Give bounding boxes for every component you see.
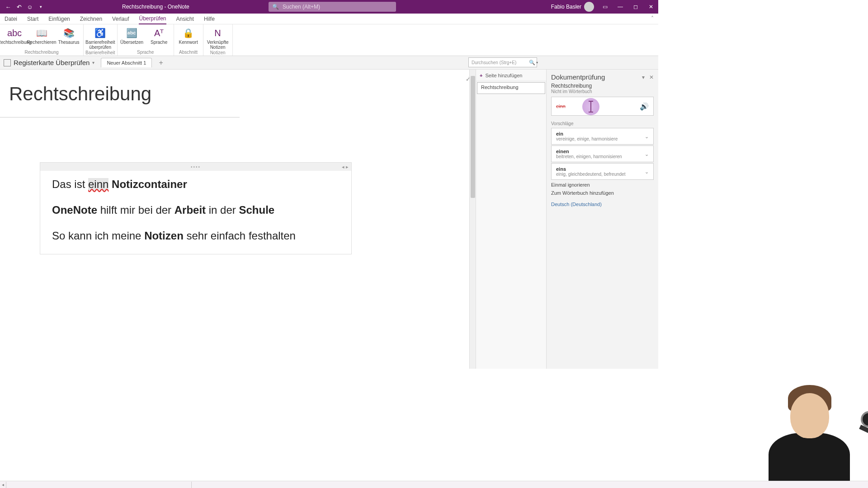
search-input[interactable] [283,4,392,10]
ribbon-group: 🔤ÜbersetzenAᵀSpracheSprache [118,24,174,56]
menu-bar: DateiStartEinfügenZeichnenVerlaufÜberprü… [0,14,658,24]
add-to-dictionary-link[interactable]: Zum Wörterbuch hinzufügen [547,189,658,197]
chevron-down-icon[interactable]: ⌄ [645,151,649,157]
ribbon-button-label: Thesaurus [58,40,79,45]
ribbon-button-label: Recherchieren [27,40,56,45]
suggestion-word: einen [556,149,649,154]
ribbon-recherchieren[interactable]: 📖Recherchieren [29,25,54,45]
error-word-box: einn 🔊 [551,97,654,116]
avatar [584,2,594,12]
global-search[interactable]: 🔍 [269,2,396,12]
resize-arrows-icon[interactable]: ◂ ▸ [342,164,349,170]
ribbon-sprache[interactable]: AᵀSprache [146,25,172,45]
ribbon-button-label: Sprache [151,40,167,45]
language-link[interactable]: Deutsch (Deutschland) [547,197,658,211]
undo-icon[interactable]: ↶ [15,3,23,10]
menu-datei[interactable]: Datei [5,16,17,22]
ribbon-group: abcRechtschreibung📖Recherchieren📚Thesaur… [0,24,84,56]
page-canvas[interactable]: ⤢ Rechtschreibung •••• ◂ ▸ Das ist einn … [0,70,476,369]
menu-verlauf[interactable]: Verlauf [112,16,129,22]
menu-zeichnen[interactable]: Zeichnen [80,16,102,22]
note-body[interactable]: Das ist einn Notizcontainer OneNote hilf… [40,171,351,254]
page-list-item[interactable]: Rechtschreibung [477,82,545,94]
abc-icon: abc [9,27,20,39]
ribbon-options-icon[interactable]: ▭ [600,2,609,11]
ribbon-button-label: Barrierefreiheit überprüfen [85,40,115,50]
add-section-button[interactable]: + [157,59,165,66]
pane-note: Nicht im Wörterbuch [547,89,658,94]
notebook-name[interactable]: Registerkarte Überprüfen [14,59,90,66]
menu-ansicht[interactable]: Ansicht [176,16,194,22]
ribbon-übersetzen[interactable]: 🔤Übersetzen [119,25,145,45]
notebook-search-input[interactable] [472,60,529,65]
ribbon-kennwort[interactable]: 🔒Kennwort [176,25,201,45]
menu-einfügen[interactable]: Einfügen [48,16,70,22]
menu-überprüfen[interactable]: Überprüfen [139,14,166,24]
note-container[interactable]: •••• ◂ ▸ Das ist einn Notizcontainer One… [40,162,352,254]
qat-chevron-icon[interactable]: ▾ [37,3,44,10]
ignore-once-link[interactable]: Einmal ignorieren [547,181,658,189]
menu-hilfe[interactable]: Hilfe [204,16,215,22]
suggestion-desc: beitreten, einigen, harmonisieren [556,154,649,159]
pane-subtitle: Rechtschreibung [547,81,658,89]
page-list: + Seite hinzufügen Rechtschreibung [476,70,546,369]
speaker-icon[interactable]: 🔊 [640,102,649,111]
account-button[interactable]: Fabio Basler [551,2,594,12]
back-icon[interactable]: ← [5,3,12,10]
text-cursor-icon [590,102,591,112]
plus-icon: + [480,73,482,78]
pane-title: Dokumentprüfung [551,73,605,81]
menu-start[interactable]: Start [27,16,38,22]
ribbon-group: NVerknüpfte NotizenNotizen [203,24,233,56]
spelling-error[interactable]: einn [88,178,108,190]
ribbon-button-label: Verknüpfte Notizen [205,40,231,50]
emoji-icon[interactable]: ☺ [26,3,33,10]
add-page-button[interactable]: + Seite hinzufügen [476,70,546,81]
ribbon-group-label: Sprache [137,49,154,56]
maximize-icon[interactable]: ◻ [631,2,640,11]
ribbon-group: 🔒KennwortAbschnitt [174,24,203,56]
suggestion-word: ein [556,131,649,136]
suggestions-label: Vorschläge [547,118,658,127]
ribbon-button-label: Kennwort [179,40,198,45]
suggestion-item[interactable]: einenbeitreten, einigen, harmonisieren⌄ [551,145,654,162]
notebook-icon [4,59,11,66]
chevron-down-icon[interactable]: ⌄ [645,133,649,139]
close-icon[interactable]: ✕ [646,2,656,11]
notebook-search[interactable]: 🔍 ▾ [468,57,537,67]
ribbon-group: ♿Barrierefreiheit überprüfenBarrierefrei… [84,24,118,56]
ribbon-group-label: Abschnitt [179,49,198,56]
minimize-icon[interactable]: — [616,2,625,11]
person-icon: ♿ [94,27,106,39]
page-title[interactable]: Rechtschreibung [9,83,151,105]
ribbon-barrierefreiheit-überprüfen[interactable]: ♿Barrierefreiheit überprüfen [88,25,113,50]
book2-icon: 📚 [63,27,75,39]
section-tab[interactable]: Neuer Abschnitt 1 [101,58,152,67]
ribbon-thesaurus[interactable]: 📚Thesaurus [56,25,81,45]
chevron-down-icon[interactable]: ▾ [536,61,538,65]
ribbon-rechtschreibung[interactable]: abcRechtschreibung [2,25,27,45]
title-bar: ← ↶ ☺ ▾ Rechtschreibung - OneNote 🔍 Fabi… [0,0,658,14]
lock-icon: 🔒 [183,27,194,39]
suggestion-item[interactable]: einseinig, gleichbedeutend, befreundet⌄ [551,163,654,180]
ribbon: abcRechtschreibung📖Recherchieren📚Thesaur… [0,24,658,56]
suggestion-item[interactable]: einvereinige, einige, harmonisiere⌄ [551,128,654,145]
container-drag-handle[interactable]: •••• ◂ ▸ [40,163,351,171]
suggestion-desc: vereinige, einige, harmonisiere [556,136,649,141]
scrollbar-thumb[interactable] [471,76,475,198]
notebook-header: Registerkarte Überprüfen ▾ Neuer Abschni… [0,56,658,70]
error-word: einn [556,103,566,109]
vertical-scrollbar[interactable] [469,70,476,369]
suggestion-word: eins [556,166,649,172]
chevron-down-icon[interactable]: ⌄ [645,169,649,174]
search-icon: 🔍 [529,60,535,66]
pane-close-icon[interactable]: ✕ [649,74,654,80]
chevron-down-icon[interactable]: ▾ [92,60,94,65]
translate-icon: 🔤 [126,27,138,39]
ribbon-verknüpfte-notizen[interactable]: NVerknüpfte Notizen [205,25,231,50]
suggestion-desc: einig, gleichbedeutend, befreundet [556,172,649,177]
collapse-ribbon-icon[interactable]: ˄ [651,15,654,22]
pane-options-icon[interactable]: ▾ [642,74,645,80]
ribbon-group-label: Rechtschreibung [24,49,58,56]
A-icon: Aᵀ [153,27,165,39]
